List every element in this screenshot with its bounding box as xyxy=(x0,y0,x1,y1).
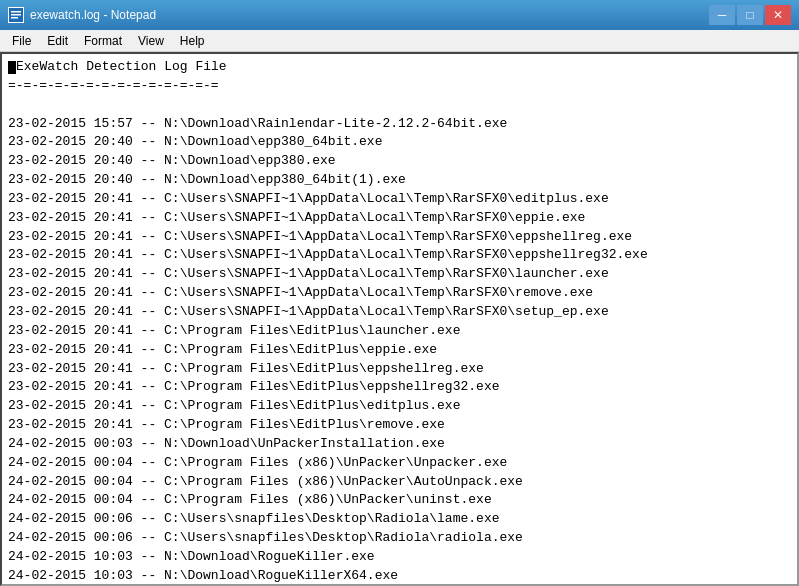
line-13: 23-02-2015 20:41 -- C:\Users\SNAPFI~1\Ap… xyxy=(8,285,593,300)
line-17: 23-02-2015 20:41 -- C:\Program Files\Edi… xyxy=(8,361,484,376)
title-bar: exewatch.log - Notepad ─ □ ✕ xyxy=(0,0,799,30)
cursor xyxy=(8,61,16,74)
line-15: 23-02-2015 20:41 -- C:\Program Files\Edi… xyxy=(8,323,460,338)
line-22: 24-02-2015 00:04 -- C:\Program Files (x8… xyxy=(8,455,507,470)
line-19: 23-02-2015 20:41 -- C:\Program Files\Edi… xyxy=(8,398,460,413)
title-bar-left: exewatch.log - Notepad xyxy=(8,7,156,23)
menu-bar: File Edit Format View Help xyxy=(0,30,799,52)
line-24: 24-02-2015 00:04 -- C:\Program Files (x8… xyxy=(8,492,492,507)
svg-rect-3 xyxy=(11,17,18,19)
line-20: 23-02-2015 20:41 -- C:\Program Files\Edi… xyxy=(8,417,445,432)
text-area-wrapper: ExeWatch Detection Log File =-=-=-=-=-=-… xyxy=(0,52,799,586)
line-16: 23-02-2015 20:41 -- C:\Program Files\Edi… xyxy=(8,342,437,357)
line-21: 24-02-2015 00:03 -- N:\Download\UnPacker… xyxy=(8,436,445,451)
line-12: 23-02-2015 20:41 -- C:\Users\SNAPFI~1\Ap… xyxy=(8,266,609,281)
line-27: 24-02-2015 10:03 -- N:\Download\RogueKil… xyxy=(8,549,375,564)
line-7: 23-02-2015 20:40 -- N:\Download\epp380_6… xyxy=(8,172,406,187)
menu-edit[interactable]: Edit xyxy=(39,32,76,50)
title-bar-buttons: ─ □ ✕ xyxy=(709,5,791,25)
line-10: 23-02-2015 20:41 -- C:\Users\SNAPFI~1\Ap… xyxy=(8,229,632,244)
line-28: 24-02-2015 10:03 -- N:\Download\RogueKil… xyxy=(8,568,398,583)
line-23: 24-02-2015 00:04 -- C:\Program Files (x8… xyxy=(8,474,523,489)
line-14: 23-02-2015 20:41 -- C:\Users\SNAPFI~1\Ap… xyxy=(8,304,609,319)
menu-file[interactable]: File xyxy=(4,32,39,50)
line-5: 23-02-2015 20:40 -- N:\Download\epp380_6… xyxy=(8,134,382,149)
menu-help[interactable]: Help xyxy=(172,32,213,50)
line-18: 23-02-2015 20:41 -- C:\Program Files\Edi… xyxy=(8,379,499,394)
line-8: 23-02-2015 20:41 -- C:\Users\SNAPFI~1\Ap… xyxy=(8,191,609,206)
svg-rect-1 xyxy=(11,11,21,13)
close-button[interactable]: ✕ xyxy=(765,5,791,25)
window-title: exewatch.log - Notepad xyxy=(30,8,156,22)
text-content[interactable]: ExeWatch Detection Log File =-=-=-=-=-=-… xyxy=(2,54,797,584)
svg-rect-2 xyxy=(11,14,21,16)
maximize-button[interactable]: □ xyxy=(737,5,763,25)
line-9: 23-02-2015 20:41 -- C:\Users\SNAPFI~1\Ap… xyxy=(8,210,585,225)
line-26: 24-02-2015 00:06 -- C:\Users\snapfiles\D… xyxy=(8,530,523,545)
menu-view[interactable]: View xyxy=(130,32,172,50)
line-25: 24-02-2015 00:06 -- C:\Users\snapfiles\D… xyxy=(8,511,499,526)
line-1: ExeWatch Detection Log File xyxy=(8,59,227,74)
menu-format[interactable]: Format xyxy=(76,32,130,50)
app-icon xyxy=(8,7,24,23)
line-4: 23-02-2015 15:57 -- N:\Download\Rainlend… xyxy=(8,116,507,131)
line-6: 23-02-2015 20:40 -- N:\Download\epp380.e… xyxy=(8,153,336,168)
minimize-button[interactable]: ─ xyxy=(709,5,735,25)
line-11: 23-02-2015 20:41 -- C:\Users\SNAPFI~1\Ap… xyxy=(8,247,648,262)
line-2: =-=-=-=-=-=-=-=-=-=-=-=-=-= xyxy=(8,78,219,93)
